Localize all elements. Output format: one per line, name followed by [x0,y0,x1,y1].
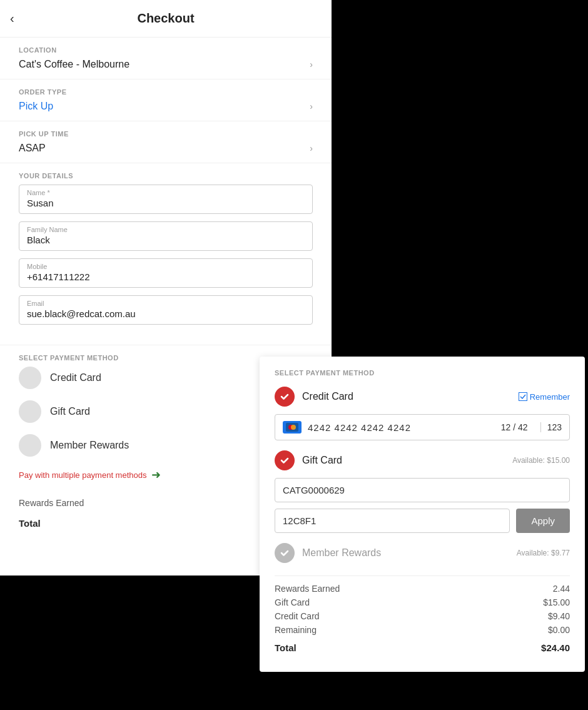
location-value[interactable]: Cat's Coffee - Melbourne › [19,59,313,70]
order-type-chevron-icon: › [310,101,313,111]
member-rewards-available: Available: $9.77 [517,549,570,557]
total-row: Total $24.40 [275,640,570,653]
name-field-value[interactable]: Susan [27,198,305,208]
gift-card-number-input[interactable] [275,478,570,502]
gift-card-check-icon[interactable] [275,450,295,470]
credit-card-label: Credit Card [50,372,101,383]
gift-card-method-row: Gift Card Available: $15.00 [275,450,570,470]
gift-card-radio [19,400,41,423]
your-details-section: YOUR DETAILS Name * Susan Family Name Bl… [0,163,332,345]
order-type-value[interactable]: Pick Up › [19,101,313,112]
remember-checkbox[interactable] [519,392,527,401]
location-section: LOCATION Cat's Coffee - Melbourne › [0,38,332,79]
checkout-header: ‹ Checkout [0,0,332,38]
apply-button[interactable]: Apply [516,509,570,533]
order-summary: Rewards Earned 2.44 Gift Card $15.00 Cre… [275,584,570,653]
family-name-field-group: Family Name Black [19,221,313,251]
credit-card-row: Credit Card Remember [275,387,570,407]
card-number-input[interactable]: 4242 4242 4242 4242 [308,422,495,433]
remaining-summary-row: Remaining $0.00 [275,625,570,635]
card-expiry-input[interactable]: 12 / 42 [501,422,528,432]
back-button[interactable]: ‹ [10,11,14,26]
location-label: LOCATION [19,46,313,54]
page-title: Checkout [13,11,319,26]
credit-card-section: Credit Card Remember 4242 4242 4242 4242… [275,387,570,440]
card-brand-icon [283,421,302,434]
pickup-time-label: PICK UP TIME [19,130,313,138]
gift-card-method-label: Gift Card [302,455,512,466]
your-details-label: YOUR DETAILS [19,172,313,180]
gift-pin-row: Apply [275,509,570,533]
credit-card-radio [19,367,41,389]
remember-checkbox-group[interactable]: Remember [519,392,570,402]
member-rewards-method-label: Member Rewards [302,547,517,559]
pickup-time-section: PICK UP TIME ASAP › [0,121,332,163]
arrow-right-icon: ➜ [151,468,161,482]
right-payment-label: SELECT PAYMENT METHOD [275,369,570,377]
family-name-field-value[interactable]: Black [27,235,305,245]
pickup-time-value[interactable]: ASAP › [19,143,313,154]
mobile-field-group: Mobile +61417111222 [19,258,313,288]
card-cvv-input[interactable]: 123 [540,422,562,432]
family-name-field-label: Family Name [27,226,305,233]
mobile-field-value[interactable]: +61417111222 [27,271,305,282]
email-field-label: Email [27,300,305,307]
right-panel: SELECT PAYMENT METHOD Credit Card Rememb… [260,357,585,672]
gift-card-section: Gift Card Available: $15.00 Apply [275,450,570,533]
member-rewards-radio [19,434,41,457]
credit-card-method-label: Credit Card [302,391,519,402]
gift-card-available: Available: $15.00 [512,456,570,465]
summary-divider [275,576,570,576]
svg-point-2 [291,425,296,430]
credit-card-check-icon[interactable] [275,387,295,407]
member-rewards-section: Member Rewards Available: $9.77 [275,543,570,563]
pickup-time-chevron-icon: › [310,143,313,153]
member-rewards-check-icon[interactable] [275,543,295,563]
name-field-group: Name * Susan [19,185,313,214]
card-input-row[interactable]: 4242 4242 4242 4242 12 / 42 123 [275,414,570,440]
order-type-section: ORDER TYPE Pick Up › [0,79,332,121]
email-field-group: Email sue.black@redcat.com.au [19,295,313,325]
credit-card-summary-row: Credit Card $9.40 [275,611,570,621]
location-chevron-icon: › [310,59,313,69]
order-type-label: ORDER TYPE [19,88,313,96]
rewards-earned-row: Rewards Earned 2.44 [275,584,570,594]
member-rewards-label: Member Rewards [50,440,129,451]
gift-card-label: Gift Card [50,406,90,417]
name-field-label: Name * [27,189,305,196]
gift-card-pin-input[interactable] [275,509,510,533]
email-field-value[interactable]: sue.black@redcat.com.au [27,308,305,319]
mobile-field-label: Mobile [27,263,305,270]
gift-card-summary-row: Gift Card $15.00 [275,597,570,607]
